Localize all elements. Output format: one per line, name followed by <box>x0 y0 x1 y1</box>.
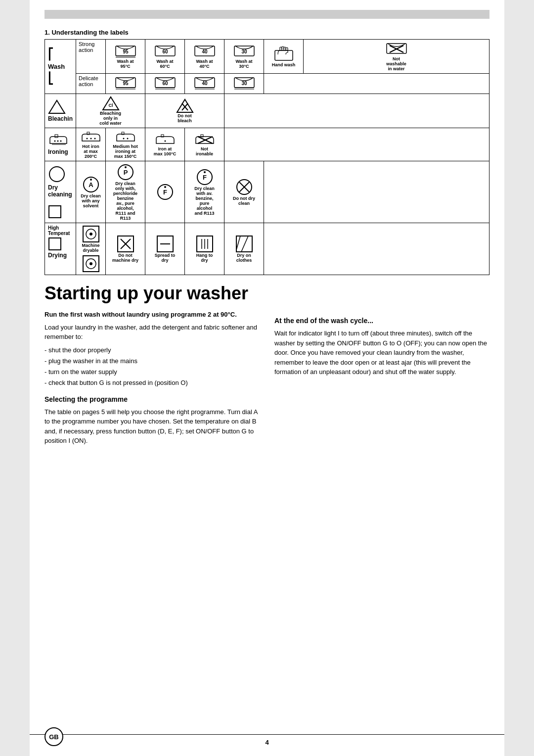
svg-text:40: 40 <box>202 49 208 54</box>
svg-point-76 <box>89 262 92 265</box>
left-column: Run the first wash without laundry using… <box>44 310 260 449</box>
bleach-category: Bleachin <box>45 94 76 128</box>
wash-40-icon-cell: 40 Wash at40°C <box>185 40 224 74</box>
top-bar <box>44 10 490 19</box>
selecting-body: The table on pages 5 will help you choos… <box>44 407 260 446</box>
no-dry-clean-cell: Do not dryclean <box>224 161 264 223</box>
labels-section-title: 1. Understanding the labels <box>44 29 490 36</box>
no-machine-dry-desc: Do notmachine dry <box>108 253 143 263</box>
dry-any-cell: A Dry cleanwith anysolvent <box>76 161 106 223</box>
svg-marker-30 <box>49 100 65 113</box>
dry-any-desc: Dry cleanwith anysolvent <box>78 193 103 208</box>
machine-dry-cell: Machinedryable <box>76 223 106 275</box>
wash-row-2: Delicateaction 95 60 <box>45 74 490 94</box>
wash-60-delicate: 60 <box>145 74 185 94</box>
svg-line-87 <box>236 236 240 250</box>
svg-text:60: 60 <box>162 49 168 54</box>
dry-clothes-cell: Dry onclothes <box>224 223 264 275</box>
drying-category: HighTemperat Drying <box>45 223 76 275</box>
drying-row: HighTemperat Drying Machinedryable <box>45 223 490 275</box>
svg-text:30: 30 <box>241 49 247 54</box>
dry-perc-cell: P Dry cleanonly with,perchloridebenzinea… <box>106 161 145 223</box>
no-machine-dry-cell: Do notmachine dry <box>106 223 145 275</box>
dry-benz-cell: F Dry cleanwith av.benzine,purealcoholan… <box>185 161 224 223</box>
wash-30-delicate: 30 <box>224 74 264 94</box>
wash-30-label: Wash at30°C <box>226 59 262 69</box>
svg-point-38 <box>57 141 59 142</box>
svg-line-88 <box>241 236 248 252</box>
wash-row: ⎡ Wash ⎣ Strongaction 95 Wash at95°C <box>45 40 490 74</box>
footer-badge-container: GB <box>44 727 63 746</box>
svg-point-49 <box>164 141 166 142</box>
svg-point-46 <box>123 138 124 140</box>
list-item: - check that button G is not pressed in … <box>44 378 260 388</box>
run-first-wash-body: Load your laundry in the washer, add the… <box>44 323 260 342</box>
dry-clothes-desc: Dry onclothes <box>226 253 262 263</box>
bleach-cold-cell: Cl Bleachingonly incold water <box>76 94 145 128</box>
svg-text:95: 95 <box>123 81 129 86</box>
svg-point-63 <box>164 186 166 188</box>
label-table: ⎡ Wash ⎣ Strongaction 95 Wash at95°C <box>44 39 490 275</box>
svg-text:30: 30 <box>241 81 247 86</box>
not-washable-label: Notwashablein water <box>306 56 487 71</box>
svg-text:Cl: Cl <box>108 103 113 108</box>
hand-wash-label: Hand wash <box>266 62 301 67</box>
svg-point-43 <box>90 138 91 140</box>
svg-point-47 <box>127 138 128 140</box>
dry-benz-desc: Dry cleanwith av.benzine,purealcoholand … <box>187 186 222 216</box>
svg-text:A: A <box>89 181 93 189</box>
iron-hot-desc: Hot ironat max200°C <box>78 144 103 159</box>
svg-text:P: P <box>123 169 128 176</box>
svg-rect-86 <box>236 236 252 252</box>
hang-dry-cell: Hang todry <box>185 223 224 275</box>
wash-40-label: Wash at40°C <box>187 59 222 69</box>
wash-95-label: Wash at95°C <box>108 59 143 69</box>
bleach-cold-desc: Bleachingonly incold water <box>78 111 143 126</box>
gb-badge: GB <box>44 727 63 746</box>
wash-category: ⎡ Wash ⎣ <box>45 40 76 94</box>
svg-point-60 <box>125 166 127 168</box>
list-item: - turn on the water supply <box>44 367 260 378</box>
hang-dry-desc: Hang todry <box>187 253 222 263</box>
machine-dry-desc: Machinedryable <box>78 243 103 253</box>
dry-clean-category: Drycleaning <box>45 161 76 223</box>
wash-40-delicate: 40 <box>185 74 224 94</box>
wash-delicate-desc: Delicateaction <box>76 74 106 94</box>
svg-marker-33 <box>177 99 193 112</box>
svg-rect-70 <box>49 238 61 250</box>
dry-clean-row: Drycleaning A Dry cleanwith anysolvent P <box>45 161 490 223</box>
iron-row: Ironing Hot ironat max200°C <box>45 128 490 161</box>
wash-60-icon-cell: 60 Wash at60°C <box>145 40 185 74</box>
two-col-content: Run the first wash without laundry using… <box>44 310 490 449</box>
iron-med-cell: Medium hotironing atmax 150°C <box>106 128 145 161</box>
spread-dry-desc: Spread todry <box>147 253 182 263</box>
svg-rect-10 <box>275 50 293 60</box>
iron-category: Ironing <box>45 128 76 161</box>
list-item: - shut the door properly <box>44 345 260 356</box>
no-bleach-desc: Do notbleach <box>147 113 222 123</box>
svg-text:40: 40 <box>202 81 208 86</box>
svg-rect-36 <box>55 135 58 138</box>
iron-100-cell: Iron atmax 100°C <box>145 128 185 161</box>
svg-point-66 <box>204 171 206 173</box>
no-bleach-cell: Do notbleach <box>145 94 224 128</box>
hand-wash-icon-cell: Hand wash <box>264 40 304 74</box>
iron-med-desc: Medium hotironing atmax 150°C <box>108 144 143 159</box>
no-dry-clean-desc: Do not dryclean <box>226 196 262 206</box>
end-wash-title: At the end of the wash cycle... <box>274 317 490 325</box>
svg-text:F: F <box>203 174 207 181</box>
end-wash-body: Wait for indicator light I to turn off (… <box>274 329 490 377</box>
wash-95-icon-cell: 95 Wash at95°C <box>106 40 145 74</box>
no-iron-cell: Notironable <box>185 128 224 161</box>
wash-30-icon-cell: 30 Wash at30°C <box>224 40 264 74</box>
svg-rect-54 <box>49 206 61 218</box>
no-iron-desc: Notironable <box>187 146 222 156</box>
dry-f-cell: F <box>145 161 185 223</box>
run-first-wash-list: - shut the door properly - plug the wash… <box>44 345 260 388</box>
svg-text:F: F <box>163 189 167 196</box>
svg-point-57 <box>90 179 92 181</box>
right-column: At the end of the wash cycle... Wait for… <box>274 310 490 449</box>
run-first-wash-title: Run the first wash without laundry using… <box>44 310 260 320</box>
footer: GB 4 <box>30 734 504 746</box>
svg-point-53 <box>49 167 64 182</box>
